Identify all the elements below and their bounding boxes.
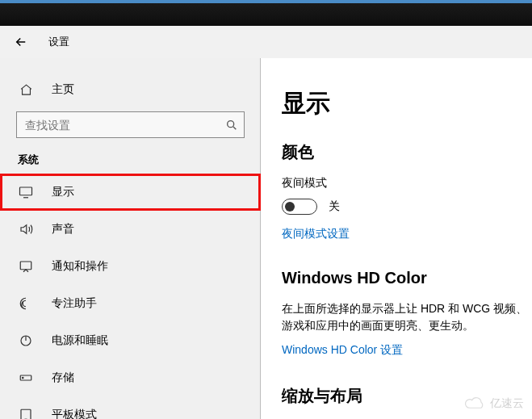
content-area: 显示 颜色 夜间模式 关 夜间模式设置 Windows HD Color 在上面… [261, 58, 532, 419]
search-icon [225, 119, 238, 132]
sidebar-item-label: 存储 [52, 371, 74, 385]
sidebar-item-focus[interactable]: 专注助手 [0, 285, 261, 322]
sidebar-item-label: 专注助手 [52, 296, 97, 311]
search-input[interactable] [16, 111, 245, 138]
sidebar-item-power[interactable]: 电源和睡眠 [0, 322, 261, 359]
svg-point-0 [228, 120, 234, 127]
sidebar-item-sound[interactable]: 声音 [0, 211, 261, 248]
hdr-settings-link[interactable]: Windows HD Color 设置 [282, 343, 403, 358]
sidebar-group-title: 系统 [0, 153, 261, 174]
svg-rect-1 [20, 187, 32, 195]
svg-rect-2 [20, 262, 31, 270]
sidebar-item-storage[interactable]: 存储 [0, 359, 261, 396]
monitor-icon [18, 185, 34, 199]
power-icon [18, 333, 34, 348]
sound-icon [18, 222, 34, 237]
night-mode-settings-link[interactable]: 夜间模式设置 [282, 227, 350, 241]
app-header: 设置 [0, 26, 532, 58]
sidebar-item-display[interactable]: 显示 [0, 174, 261, 211]
sidebar-home-label: 主页 [52, 82, 74, 97]
sidebar-item-tablet[interactable]: 平板模式 [0, 396, 261, 419]
back-button[interactable] [10, 31, 32, 53]
tablet-icon [18, 408, 34, 419]
notification-icon [18, 259, 34, 274]
section-hdr-heading: Windows HD Color [282, 269, 532, 287]
window-titlebar [0, 0, 532, 26]
svg-rect-6 [21, 409, 31, 419]
sidebar-item-notifications[interactable]: 通知和操作 [0, 248, 261, 285]
watermark: 亿速云 [464, 396, 524, 411]
sidebar-home[interactable]: 主页 [0, 74, 261, 105]
focus-icon [18, 296, 34, 311]
sidebar-item-label: 平板模式 [52, 408, 97, 419]
cloud-icon [464, 396, 487, 411]
home-icon [18, 83, 34, 97]
svg-point-5 [23, 377, 24, 379]
sidebar-item-label: 声音 [52, 222, 74, 237]
search-wrap [16, 111, 245, 138]
night-mode-label: 夜间模式 [282, 176, 532, 191]
page-title: 显示 [282, 87, 532, 120]
sidebar-item-label: 通知和操作 [52, 259, 108, 274]
hdr-description: 在上面所选择的显示器上让 HDR 和 WCG 视频、游戏和应用中的画面更明亮、更… [282, 300, 532, 334]
night-mode-state: 关 [329, 199, 340, 214]
header-title: 设置 [48, 35, 69, 49]
arrow-left-icon [14, 35, 28, 49]
toggle-knob [285, 202, 295, 212]
night-mode-toggle[interactable] [282, 199, 317, 215]
sidebar: 主页 系统 显示 声音 通知和操作 [0, 58, 261, 419]
sidebar-item-label: 显示 [52, 185, 74, 199]
storage-icon [18, 371, 34, 385]
sidebar-item-label: 电源和睡眠 [52, 333, 108, 348]
section-color-heading: 颜色 [282, 141, 532, 163]
